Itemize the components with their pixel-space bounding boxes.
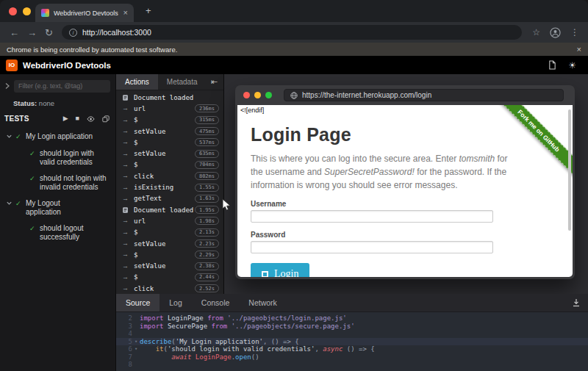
- run-tests-icon[interactable]: ▶: [63, 115, 68, 122]
- browser-tab[interactable]: WebdriverIO Devtools ×: [35, 4, 134, 22]
- action-label: setValue: [134, 262, 165, 270]
- action-row[interactable]: →click2.52s: [116, 283, 223, 294]
- filter-input[interactable]: [14, 80, 110, 93]
- action-row[interactable]: →click802ms: [116, 170, 223, 181]
- new-tab-button[interactable]: +: [146, 5, 151, 16]
- action-row[interactable]: →url236ms: [116, 103, 223, 114]
- chevron-down-icon[interactable]: [6, 199, 15, 209]
- code-text: describe('My Login application', () => {: [140, 338, 588, 346]
- arrow-right-icon: →: [122, 251, 132, 258]
- action-label: $: [134, 273, 137, 281]
- action-row[interactable]: →$704ms: [116, 159, 223, 170]
- test-item[interactable]: ✓My Logout application: [0, 199, 115, 217]
- test-label: should login with valid credentials: [40, 149, 110, 168]
- action-duration-badge: 537ms: [195, 138, 219, 146]
- address-bar-url[interactable]: http://localhost:3000: [82, 28, 151, 37]
- action-label: Document loaded: [134, 206, 193, 214]
- browser-toolbar: ← → ↻ i http://localhost:3000 ☆ ⋮: [0, 22, 588, 43]
- report-icon[interactable]: [548, 60, 556, 70]
- tab-metadata[interactable]: Metadata: [158, 74, 207, 90]
- action-row[interactable]: →$537ms: [116, 137, 223, 148]
- arrow-right-icon: →: [122, 151, 132, 157]
- tab-network[interactable]: Network: [239, 294, 287, 311]
- action-row[interactable]: Document loaded: [116, 92, 223, 103]
- line-number: 6: [116, 345, 132, 353]
- tab-actions[interactable]: Actions: [116, 74, 158, 90]
- check-icon: ✓: [29, 224, 40, 234]
- action-duration-badge: 1.63s: [195, 195, 219, 203]
- test-item[interactable]: ✓My Login application: [0, 132, 115, 143]
- action-row[interactable]: →isExisting1.55s: [116, 181, 223, 192]
- test-item[interactable]: ✓should not login with invalid credentia…: [0, 174, 115, 192]
- password-field[interactable]: [251, 241, 493, 253]
- action-row[interactable]: →setValue2.38s: [116, 260, 223, 271]
- arrow-right-icon: →: [122, 105, 132, 112]
- actions-tabbar: ActionsMetadata⇤: [116, 74, 223, 90]
- action-row[interactable]: →url1.98s: [116, 215, 223, 226]
- action-row[interactable]: →getText1.63s: [116, 193, 223, 204]
- chevron-down-icon[interactable]: [6, 132, 15, 143]
- action-label: isExisting: [134, 184, 173, 191]
- arrow-right-icon: →: [122, 217, 132, 224]
- test-item[interactable]: ✓should logout successfully: [0, 224, 115, 242]
- profile-avatar-icon[interactable]: [550, 27, 561, 38]
- test-item[interactable]: ✓should login with valid credentials: [0, 149, 115, 168]
- action-duration-badge: 704ms: [195, 161, 219, 169]
- action-row[interactable]: →$315ms: [116, 115, 223, 126]
- fold-spacer: [132, 330, 140, 338]
- github-ribbon[interactable]: Fork me on GitHub: [488, 105, 573, 190]
- sidebar-collapse-icon[interactable]: [4, 79, 10, 93]
- browser-menu-icon[interactable]: ⋮: [570, 28, 579, 37]
- download-icon[interactable]: [572, 294, 588, 311]
- login-button-icon: [262, 271, 268, 278]
- action-row[interactable]: →setValue635ms: [116, 148, 223, 159]
- fold-icon[interactable]: ▾: [132, 345, 140, 353]
- check-icon: ✓: [29, 174, 40, 184]
- action-row[interactable]: →setValue2.23s: [116, 238, 223, 249]
- login-page-description: This is where you can log into the secur…: [251, 152, 521, 192]
- line-number: 5: [116, 338, 132, 346]
- window-close-button[interactable]: [9, 7, 17, 15]
- preview-titlebar: https://the-internet.herokuapp.com/login: [235, 85, 575, 105]
- check-icon: ✓: [15, 132, 26, 142]
- back-icon[interactable]: ←: [10, 28, 19, 37]
- tab-close-icon[interactable]: ×: [123, 9, 128, 17]
- bookmark-star-icon[interactable]: ☆: [532, 28, 540, 37]
- login-button[interactable]: Login: [251, 263, 309, 277]
- stop-tests-icon[interactable]: ■: [76, 115, 79, 122]
- action-row[interactable]: →$2.13s: [116, 227, 223, 238]
- automation-banner: Chrome is being controlled by automated …: [0, 43, 588, 56]
- code-text: await LoginPage.open(): [140, 353, 588, 361]
- site-info-icon[interactable]: i: [69, 29, 77, 37]
- tab-console[interactable]: Console: [192, 294, 240, 311]
- action-row[interactable]: →$2.29s: [116, 249, 223, 260]
- theme-toggle-icon[interactable]: ☀: [568, 61, 576, 70]
- watch-tests-icon[interactable]: [87, 116, 95, 122]
- action-row[interactable]: →$2.44s: [116, 272, 223, 283]
- arrow-right-icon: →: [122, 173, 132, 179]
- banner-close-icon[interactable]: ×: [577, 46, 581, 54]
- github-ribbon-label[interactable]: Fork me on GitHub: [490, 105, 573, 180]
- tab-log[interactable]: Log: [159, 294, 192, 311]
- action-label: url: [134, 217, 146, 225]
- window-minimize-button[interactable]: [23, 7, 31, 15]
- preview-address-bar: https://the-internet.herokuapp.com/login: [284, 89, 564, 101]
- globe-icon: [290, 89, 298, 102]
- action-row[interactable]: →setValue475ms: [116, 126, 223, 137]
- reload-icon[interactable]: ↻: [45, 28, 53, 37]
- username-field[interactable]: [251, 210, 493, 223]
- app-preview-area: https://the-internet.herokuapp.com/login…: [224, 74, 588, 294]
- collapse-panel-icon[interactable]: ⇤: [211, 74, 223, 90]
- action-duration-badge: 315ms: [195, 116, 219, 124]
- preview-scrollbar[interactable]: [568, 109, 571, 231]
- action-label: getText: [134, 195, 162, 202]
- tab-source[interactable]: Source: [116, 294, 159, 311]
- action-label: Document loaded: [134, 94, 193, 101]
- source-code-view: 2import LoginPage from '../pageobjects/l…: [116, 312, 588, 369]
- fold-icon[interactable]: ▾: [132, 338, 140, 346]
- address-bar[interactable]: i http://localhost:3000: [62, 25, 522, 40]
- forward-icon[interactable]: →: [27, 28, 37, 37]
- copy-tests-icon[interactable]: [102, 115, 110, 123]
- action-row[interactable]: Document loaded1.95s: [116, 204, 223, 215]
- fold-spacer: [132, 323, 140, 331]
